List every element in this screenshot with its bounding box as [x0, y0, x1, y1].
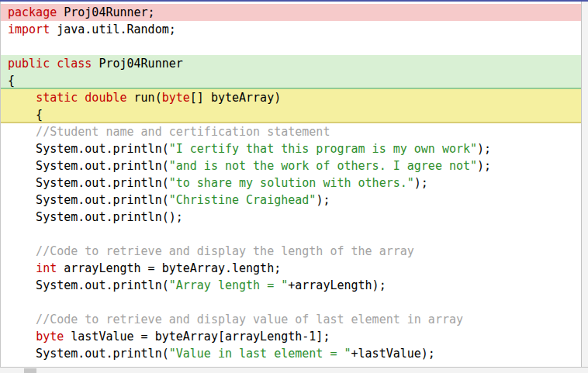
code-token: );	[316, 193, 330, 207]
code-line: System.out.println("I certify that this …	[1, 140, 581, 157]
code-token: //Code to retrieve and display value of …	[8, 313, 463, 326]
code-line: System.out.println("Christine Craighead"…	[1, 192, 581, 209]
code-token: System.out.println(	[8, 159, 169, 173]
code-token	[8, 91, 36, 105]
code-token: System.out.println(	[8, 278, 169, 292]
code-token	[8, 261, 36, 275]
code-token	[78, 91, 85, 105]
code-line: package Proj04Runner;	[1, 4, 581, 21]
code-token: double	[85, 91, 126, 105]
code-token: "I certify that this program is my own w…	[169, 142, 477, 156]
code-line: int arrayLength = byteArray.length;	[1, 260, 581, 277]
code-token: byte	[162, 91, 190, 105]
code-token: Proj04Runner;	[57, 5, 154, 19]
code-token: //Student name and certification stateme…	[8, 125, 330, 139]
code-token: );	[477, 159, 491, 173]
code-token: +arrayLength);	[288, 278, 386, 292]
code-line: //Student name and certification stateme…	[1, 123, 581, 140]
code-token: int	[36, 261, 57, 275]
code-line: //Code to retrieve and display the lengt…	[1, 243, 581, 260]
code-line: //Code to retrieve and display value of …	[1, 311, 581, 328]
code-area[interactable]: package Proj04Runner;import java.util.Ra…	[1, 2, 581, 367]
horizontal-scrollbar-thumb[interactable]	[24, 368, 36, 373]
code-token: System.out.println();	[8, 210, 183, 224]
code-token: import	[8, 22, 50, 36]
code-line: static double run(byte[] byteArray)	[1, 89, 581, 106]
code-line: System.out.println("to share my solution…	[1, 174, 581, 192]
code-token: );	[414, 176, 428, 190]
code-token: static	[36, 91, 78, 105]
code-token: {	[8, 108, 43, 122]
code-line: System.out.println();	[1, 209, 581, 226]
code-line	[1, 226, 581, 243]
code-token: byte	[36, 330, 64, 344]
horizontal-scrollbar[interactable]	[0, 367, 588, 373]
code-token: class	[57, 57, 92, 71]
code-token: System.out.println(	[8, 142, 169, 156]
code-line: {	[1, 72, 581, 89]
code-line: System.out.println("Array length = "+arr…	[1, 277, 581, 294]
code-line: byte lastValue = byteArray[arrayLength-1…	[1, 328, 581, 345]
code-token: lastValue = byteArray[arrayLength-1];	[64, 330, 330, 344]
code-token: Proj04Runner	[92, 57, 182, 71]
code-token: {	[8, 74, 15, 88]
code-token: "to share my solution with others."	[169, 176, 414, 190]
code-token: "Value in last element = "	[169, 347, 351, 361]
code-line: import java.util.Random;	[1, 21, 581, 38]
code-token: "Christine Craighead"	[169, 193, 316, 207]
code-token: public	[8, 57, 50, 71]
code-token: arrayLength = byteArray.length;	[57, 261, 281, 275]
code-token	[50, 57, 57, 71]
code-token: "and is not the work of others. I agree …	[169, 159, 477, 173]
code-token: package	[8, 5, 57, 19]
code-token: System.out.println(	[8, 193, 169, 207]
code-token: System.out.println(	[8, 347, 169, 361]
code-token: System.out.println(	[8, 176, 169, 190]
code-token: java.util.Random;	[50, 22, 176, 36]
code-line: System.out.println("Value in last elemen…	[1, 345, 581, 362]
code-token: run(	[127, 91, 162, 105]
code-line: {	[1, 106, 581, 123]
code-line	[1, 38, 581, 55]
code-editor-window: package Proj04Runner;import java.util.Ra…	[0, 0, 588, 373]
code-token: +lastValue);	[351, 347, 435, 361]
code-token: "Array length = "	[169, 278, 289, 292]
code-line	[1, 294, 581, 311]
vertical-scrollbar[interactable]	[581, 2, 588, 367]
code-token	[8, 330, 36, 344]
code-token: );	[477, 142, 491, 156]
code-token: [] byteArray)	[190, 91, 281, 105]
code-token: //Code to retrieve and display the lengt…	[8, 244, 414, 258]
code-line: public class Proj04Runner	[1, 55, 581, 72]
code-line: System.out.println("and is not the work …	[1, 157, 581, 174]
